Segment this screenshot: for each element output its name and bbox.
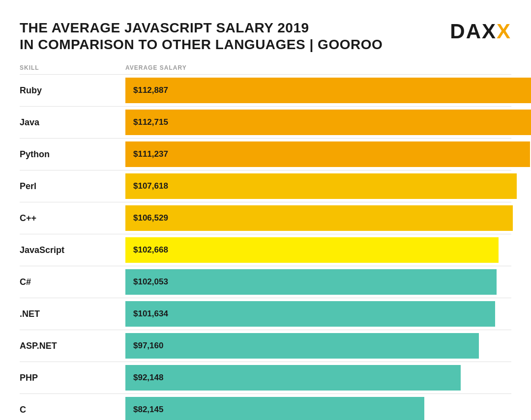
main-container: THE AVERAGE JAVASCRIPT SALARY 2019 IN CO… [0, 0, 531, 420]
column-headers: SKILL AVERAGE SALARY [20, 64, 511, 71]
bar: $102,053 [125, 269, 497, 295]
bar-value: $92,148 [133, 373, 163, 383]
skill-label: Java [20, 117, 125, 128]
chart-area: Ruby$112,887Java$112,715Python$111,237Pe… [20, 74, 511, 420]
bar: $92,148 [125, 365, 461, 391]
bar-container: $102,053 [125, 269, 511, 295]
bar-value: $102,668 [133, 245, 168, 255]
bar-value: $106,529 [133, 213, 168, 223]
skill-label: C# [20, 277, 125, 287]
col-salary-header: AVERAGE SALARY [125, 64, 187, 71]
table-row: Ruby$112,887 [20, 74, 511, 106]
logo: DAXX [450, 20, 511, 43]
bar-container: $97,160 [125, 333, 511, 359]
bar-value: $111,237 [133, 149, 168, 159]
table-row: JavaScript$102,668 [20, 234, 511, 266]
table-row: PHP$92,148 [20, 362, 511, 393]
bar-value: $107,618 [133, 181, 168, 191]
table-row: C#$102,053 [20, 266, 511, 298]
bar: $111,237 [125, 141, 530, 167]
table-row: C++$106,529 [20, 202, 511, 234]
bar-container: $92,148 [125, 365, 511, 391]
bar-value: $102,053 [133, 277, 168, 287]
header-area: THE AVERAGE JAVASCRIPT SALARY 2019 IN CO… [20, 20, 511, 53]
bar: $101,634 [125, 301, 495, 327]
skill-label: .NET [20, 309, 125, 319]
table-row: .NET$101,634 [20, 298, 511, 330]
skill-label: JavaScript [20, 245, 125, 255]
bar-value: $97,160 [133, 341, 163, 351]
skill-label: Python [20, 149, 125, 160]
skill-label: Ruby [20, 85, 125, 96]
bar: $102,668 [125, 237, 499, 263]
table-row: C$82,145 [20, 393, 511, 420]
bar: $106,529 [125, 205, 513, 231]
col-skill-header: SKILL [20, 64, 125, 71]
bar: $82,145 [125, 397, 424, 420]
table-row: Java$112,715 [20, 106, 511, 138]
bar-value: $112,715 [133, 117, 168, 127]
bar-container: $107,618 [125, 173, 517, 199]
skill-label: ASP.NET [20, 341, 125, 351]
bar: $107,618 [125, 173, 517, 199]
bar-container: $106,529 [125, 205, 513, 231]
bar-container: $112,715 [125, 110, 531, 135]
table-row: ASP.NET$97,160 [20, 330, 511, 362]
bar-container: $112,887 [125, 78, 531, 103]
title-block: THE AVERAGE JAVASCRIPT SALARY 2019 IN CO… [20, 20, 383, 53]
skill-label: C [20, 405, 125, 415]
bar: $112,887 [125, 78, 531, 103]
bar-container: $111,237 [125, 141, 530, 167]
bar: $97,160 [125, 333, 479, 359]
bar-container: $101,634 [125, 301, 511, 327]
skill-label: PHP [20, 373, 125, 383]
bar-container: $102,668 [125, 237, 511, 263]
main-title: THE AVERAGE JAVASCRIPT SALARY 2019 IN CO… [20, 20, 383, 53]
skill-label: C++ [20, 213, 125, 224]
bar-container: $82,145 [125, 397, 511, 420]
logo-text: DAXX [450, 20, 511, 43]
bar: $112,715 [125, 110, 531, 135]
table-row: Perl$107,618 [20, 170, 511, 202]
bar-value: $112,887 [133, 85, 168, 95]
bar-value: $101,634 [133, 309, 168, 319]
table-row: Python$111,237 [20, 138, 511, 170]
bar-value: $82,145 [133, 405, 163, 415]
skill-label: Perl [20, 181, 125, 192]
